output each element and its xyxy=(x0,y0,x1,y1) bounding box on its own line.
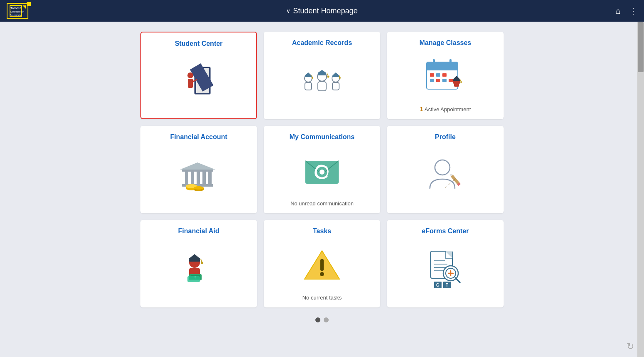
svg-rect-39 xyxy=(436,79,440,82)
manage-classes-tile[interactable]: Manage Classes xyxy=(387,32,504,119)
svg-rect-10 xyxy=(188,79,193,88)
svg-marker-27 xyxy=(332,72,339,75)
svg-point-23 xyxy=(327,76,329,78)
more-options-icon[interactable]: ⋮ xyxy=(629,6,637,16)
my-communications-tile[interactable]: My Communications No unread communicatio… xyxy=(264,126,380,213)
svg-rect-19 xyxy=(318,82,326,91)
manage-classes-subtitle: 1 Active Appointment xyxy=(420,105,471,112)
student-center-icon xyxy=(176,52,222,112)
header-actions: ⌂ ⋮ xyxy=(616,6,637,16)
svg-rect-20 xyxy=(318,73,326,75)
tasks-title: Tasks xyxy=(313,227,331,235)
financial-aid-tile[interactable]: Financial Aid $ xyxy=(140,220,257,307)
financial-account-icon xyxy=(176,145,222,207)
academic-records-tile[interactable]: Academic Records xyxy=(264,32,380,119)
svg-rect-33 xyxy=(433,59,435,65)
eforms-center-title: eForms Center xyxy=(422,227,469,235)
financial-aid-title: Financial Aid xyxy=(178,227,220,235)
manage-classes-icon xyxy=(422,51,468,102)
svg-rect-26 xyxy=(332,75,339,77)
svg-rect-25 xyxy=(332,82,339,90)
svg-marker-73 xyxy=(188,254,201,259)
svg-rect-43 xyxy=(454,82,459,87)
scrollbar-track[interactable] xyxy=(637,22,644,357)
dropdown-chevron: ∨ xyxy=(286,7,290,14)
header: Toronto Metropolitan University ∨ Studen… xyxy=(0,0,644,22)
svg-rect-32 xyxy=(427,67,458,70)
svg-rect-81 xyxy=(320,259,324,271)
svg-rect-52 xyxy=(197,172,200,184)
financial-aid-icon: $ xyxy=(176,239,222,301)
profile-title: Profile xyxy=(435,133,456,141)
svg-rect-53 xyxy=(202,172,206,184)
logo: Toronto Metropolitan University xyxy=(7,3,28,19)
eforms-center-tile[interactable]: eForms Center xyxy=(387,220,504,307)
svg-rect-40 xyxy=(442,79,447,82)
svg-rect-34 xyxy=(449,59,452,65)
profile-tile[interactable]: Profile xyxy=(387,126,504,213)
scrollbar-thumb[interactable] xyxy=(638,22,644,72)
my-communications-subtitle: No unread communication xyxy=(290,200,354,207)
student-center-title: Student Center xyxy=(175,40,223,47)
svg-point-47 xyxy=(460,81,462,83)
svg-rect-72 xyxy=(189,259,200,262)
svg-text:Metropolitan: Metropolitan xyxy=(10,10,24,13)
main-content: Student Center Academic Records xyxy=(0,22,644,332)
svg-point-75 xyxy=(201,262,203,264)
svg-marker-15 xyxy=(305,72,312,75)
page-title[interactable]: ∨ Student Homepage xyxy=(286,7,357,15)
svg-point-29 xyxy=(339,77,341,79)
academic-records-title: Academic Records xyxy=(292,39,352,47)
my-communications-title: My Communications xyxy=(290,133,354,141)
svg-rect-50 xyxy=(185,172,188,184)
tasks-tile[interactable]: Tasks No current tasks xyxy=(264,220,380,307)
svg-rect-38 xyxy=(430,79,434,82)
tile-row-2: Financial Account xyxy=(108,126,536,213)
tasks-subtitle: No current tasks xyxy=(302,295,342,301)
refresh-button[interactable]: ↻ xyxy=(627,341,634,352)
student-center-tile[interactable]: Student Center xyxy=(140,32,257,119)
home-icon[interactable]: ⌂ xyxy=(616,6,621,16)
page-dot-2[interactable] xyxy=(324,317,329,322)
svg-marker-21 xyxy=(317,70,327,73)
svg-text:G: G xyxy=(436,283,439,287)
svg-marker-55 xyxy=(180,162,215,170)
svg-point-61 xyxy=(194,186,204,190)
academic-records-icon xyxy=(299,51,345,112)
svg-rect-51 xyxy=(191,172,194,184)
tile-row-3: Financial Aid $ xyxy=(108,220,536,307)
financial-account-tile[interactable]: Financial Account xyxy=(140,126,257,213)
svg-text:University: University xyxy=(10,14,21,16)
svg-point-64 xyxy=(320,170,324,175)
svg-text:Toronto: Toronto xyxy=(10,7,21,10)
svg-rect-44 xyxy=(453,79,460,81)
svg-rect-35 xyxy=(430,73,434,77)
svg-rect-79 xyxy=(187,276,200,282)
svg-point-17 xyxy=(312,77,313,79)
svg-rect-36 xyxy=(436,73,440,77)
svg-rect-41 xyxy=(449,79,453,82)
svg-line-95 xyxy=(455,278,460,282)
svg-point-82 xyxy=(320,272,324,276)
svg-point-9 xyxy=(187,72,193,78)
profile-icon xyxy=(422,145,468,207)
svg-text:T: T xyxy=(446,283,448,287)
manage-classes-title: Manage Classes xyxy=(419,39,472,47)
svg-rect-37 xyxy=(442,73,447,77)
pagination xyxy=(108,317,536,322)
financial-account-title: Financial Account xyxy=(170,133,227,141)
svg-rect-48 xyxy=(182,170,213,172)
eforms-center-icon: G T xyxy=(422,239,468,301)
tasks-icon xyxy=(301,239,343,291)
svg-rect-54 xyxy=(208,172,212,184)
svg-point-65 xyxy=(435,160,450,175)
tile-row-1: Student Center Academic Records xyxy=(108,32,536,119)
svg-rect-14 xyxy=(305,75,312,77)
logo-box: Toronto Metropolitan University xyxy=(7,3,28,19)
page-dot-1[interactable] xyxy=(315,317,320,322)
svg-rect-13 xyxy=(305,82,312,90)
my-communications-icon xyxy=(301,145,343,197)
